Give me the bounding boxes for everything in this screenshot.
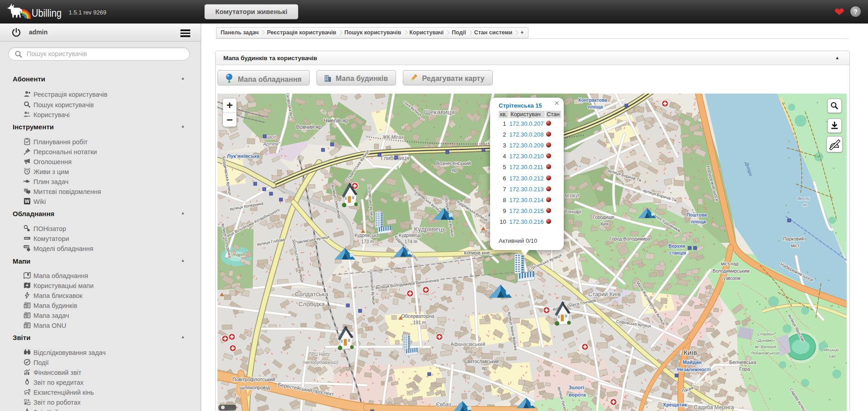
svg-text:Парковий: Парковий [783, 236, 804, 241]
svg-text:Лук'янівська: Лук'янівська [227, 153, 260, 159]
svg-text:яр: яр [481, 366, 487, 371]
svg-text:Городище: Городище [593, 215, 614, 220]
svg-text:Чмелів яр: Чмелів яр [324, 118, 349, 124]
svg-text:М'ЯКИ: М'ЯКИ [565, 194, 579, 198]
svg-text:площа: площа [691, 219, 706, 224]
svg-text:Веслу: Веслу [797, 196, 810, 201]
svg-text:Кудрявець: Кудрявець [399, 233, 421, 238]
svg-text:Афанасівський: Афанасівський [451, 341, 486, 347]
svg-text:яр: яр [452, 167, 457, 173]
svg-text:Щекавиця: Щекавиця [424, 109, 455, 116]
svg-text:Київ: Київ [684, 349, 697, 356]
svg-text:«Динамо»: «Динамо» [755, 338, 775, 343]
svg-text:Старий Київ: Старий Київ [588, 291, 621, 298]
svg-text:Слобідка: Слобідка [298, 301, 325, 307]
svg-text:Кия: Кия [600, 222, 608, 227]
svg-text:Вовчий яр: Вовчий яр [296, 124, 322, 130]
svg-text:Незалежності: Незалежності [677, 367, 711, 372]
svg-text:площа: площа [588, 104, 603, 109]
svg-text:Садиба Мерінга: Садиба Мерінга [694, 404, 734, 411]
svg-text:Обсерваторна: Обсерваторна [401, 313, 434, 319]
svg-text:191 m: 191 m [413, 320, 426, 325]
svg-text:173 m: 173 m [361, 239, 374, 244]
svg-text:Кудрявець: Кудрявець [414, 226, 446, 233]
svg-text:міст над: міст над [721, 261, 738, 266]
svg-text:шляхопровід: шляхопровід [240, 385, 270, 390]
svg-text:ім. Валерія: ім. Валерія [755, 345, 776, 349]
svg-text:Хрещатик: Хрещатик [663, 402, 687, 407]
svg-text:Євбаз: Євбаз [436, 402, 451, 408]
svg-text:ЖК Mirax: ЖК Mirax [382, 134, 404, 140]
svg-text:Вознесенський: Вознесенський [436, 161, 471, 166]
svg-text:сад: сад [829, 354, 836, 359]
svg-text:узвозом: узвозом [723, 276, 741, 281]
svg-text:Володимирським: Володимирським [712, 269, 749, 274]
svg-text:міст: міст [791, 243, 799, 248]
svg-text:Гóрод Володимира: Гóрод Володимира [609, 236, 651, 241]
svg-text:Золоті: Золоті [568, 385, 584, 390]
svg-text:Гора: Гора [739, 366, 750, 372]
svg-text:Солдатська: Солдатська [295, 291, 328, 298]
svg-text:Святославський: Святославський [464, 359, 499, 364]
svg-text:Верхня: Верхня [669, 244, 685, 249]
svg-text:ТРЦ Hartz: ТРЦ Hartz [308, 352, 330, 357]
svg-text:Кудрявська: Кудрявська [354, 233, 379, 238]
svg-text:Гончарі: Гончарі [565, 209, 581, 214]
svg-text:Майдан: Майдан [683, 359, 702, 365]
svg-text:ко: ко [803, 203, 807, 207]
svg-text:(недобудований): (недобудований) [303, 360, 339, 365]
svg-text:"Артем": "Артем" [262, 142, 280, 146]
svg-text:Бегічевська: Бегічевська [729, 359, 757, 365]
svg-text:W: W [25, 198, 30, 204]
svg-text:станція: станція [669, 250, 686, 255]
svg-text:ворота: ворота [569, 392, 586, 397]
svg-text:Стадіон: Стадіон [757, 332, 774, 336]
svg-text:яр: яр [468, 349, 473, 354]
svg-text:Міський: Міський [823, 348, 839, 352]
svg-text:Лобановського: Лобановського [750, 351, 780, 355]
svg-text:Поштова: Поштова [687, 213, 707, 217]
svg-text:Копирів кіне: Копирів кіне [464, 250, 490, 255]
svg-text:174 m: 174 m [405, 239, 417, 244]
svg-text:Повітрофлотський: Повітрофлотський [232, 377, 275, 382]
svg-text:Контрактова: Контрактова [578, 98, 607, 103]
